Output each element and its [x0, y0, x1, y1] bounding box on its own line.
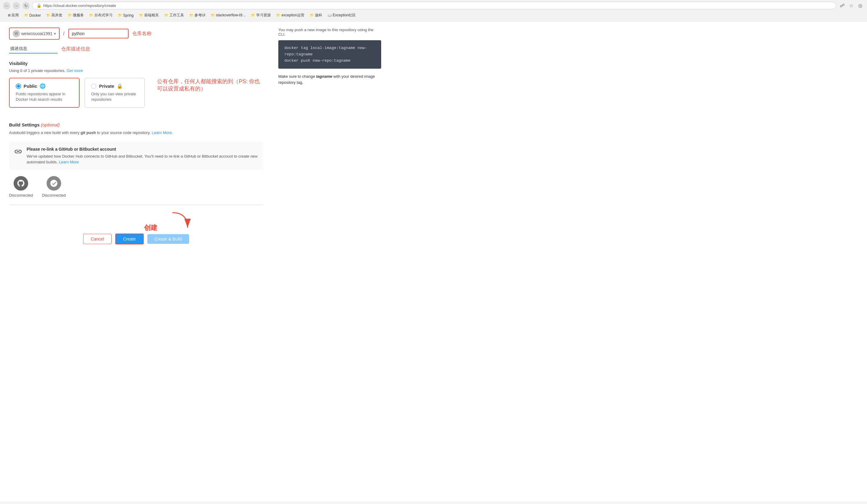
form-divider — [9, 205, 263, 205]
bookmark-apps[interactable]: ⊞ 应用 — [6, 12, 21, 19]
relink-learn-more-link[interactable]: Learn More — [59, 160, 79, 164]
build-settings-title: Build Settings (optional) — [9, 122, 263, 127]
visibility-title: Visibility — [9, 61, 263, 66]
create-build-button[interactable]: Create & Build — [147, 234, 189, 244]
create-arrow — [167, 211, 197, 232]
code-line-1: docker tag local-image:tagname new-repo:… — [285, 45, 375, 58]
avatar: W — [13, 30, 20, 37]
bookmark-spring[interactable]: 📁 Spring — [116, 13, 136, 18]
bookmark-exception-community[interactable]: 📖 Exception社区 — [325, 12, 358, 19]
bookmark-concurrency[interactable]: 📁 高并发 — [44, 12, 65, 19]
private-label: Private — [99, 84, 114, 89]
bookmark-exception-ops[interactable]: 📁 exception运营 — [274, 12, 307, 19]
code-line-2: docker push new-repo:tagname — [285, 58, 375, 64]
private-option[interactable]: Private 🔒 Only you can view private repo… — [84, 78, 145, 108]
bookmark-microservices[interactable]: 📁 微服务 — [65, 12, 86, 19]
public-radio[interactable] — [16, 84, 21, 89]
private-repos-note: Using 0 of 1 private repositories. Get m… — [9, 68, 263, 73]
repo-name-input[interactable] — [68, 29, 129, 39]
separator: / — [63, 31, 65, 37]
public-description: Public repositories appear in Docker Hub… — [16, 92, 73, 102]
learn-more-link[interactable]: Learn More. — [152, 130, 173, 135]
code-block: docker tag local-image:tagname new-repo:… — [278, 40, 381, 69]
bitbucket-status: Disconnected — [42, 193, 66, 197]
cancel-button[interactable]: Cancel — [83, 234, 111, 244]
create-button[interactable]: Create — [115, 234, 144, 245]
get-more-link[interactable]: Get more — [66, 68, 83, 73]
bookmark-ui-ref[interactable]: 📁 参考UI — [187, 12, 208, 19]
lock-icon: 🔒 — [117, 83, 123, 89]
private-radio[interactable] — [91, 84, 96, 89]
create-annotation-area: 创建 — [9, 211, 263, 232]
github-icon — [14, 176, 28, 191]
visibility-options: Public 🌐 Public repositories appear in D… — [9, 78, 145, 108]
providers-list: Disconnected Disconnected — [9, 176, 263, 197]
desc-input[interactable] — [9, 44, 57, 54]
forward-button[interactable]: → — [13, 2, 20, 9]
build-settings-section: Build Settings (optional) Autobuild trig… — [9, 122, 263, 197]
extensions-btn[interactable]: ◎ — [857, 2, 864, 9]
bookmark-tools[interactable]: 📁 工作工具 — [162, 12, 186, 19]
optional-label: (optional) — [41, 122, 60, 127]
bookmark-distributed[interactable]: 📁 分布式学习 — [87, 12, 115, 19]
desc-row: 仓库描述信息 — [9, 44, 263, 54]
address-bar[interactable]: 🔒 https://cloud.docker.com/repository/cr… — [32, 2, 836, 9]
bookmark-frontend[interactable]: 📁 前端相关 — [137, 12, 161, 19]
autobuild-description: Autobuild triggers a new build with ever… — [9, 130, 263, 136]
bookmark-learning[interactable]: 📁 学习资源 — [249, 12, 273, 19]
visibility-section: Visibility Using 0 of 1 private reposito… — [9, 61, 263, 115]
url-text: https://cloud.docker.com/repository/crea… — [43, 3, 116, 8]
bookmark-btn[interactable]: ☆ — [848, 2, 855, 9]
relink-title: Please re-link a GitHub or Bitbucket acc… — [26, 147, 258, 152]
bookmarks-bar: ⊞ 应用 📁 Docker 📁 高并发 📁 微服务 📁 分布式学习 📁 Spri… — [3, 11, 864, 19]
repo-name-label: 仓库名称 — [132, 31, 152, 37]
sidebar: You may push a new image to this reposit… — [272, 21, 387, 501]
desc-label: 仓库描述信息 — [61, 46, 90, 52]
make-sure-text: Make sure to change tagname with your de… — [278, 74, 381, 85]
public-option[interactable]: Public 🌐 Public repositories appear in D… — [9, 78, 79, 108]
button-row: Cancel Create Create & Build — [9, 234, 263, 245]
translate-btn[interactable]: ☍ — [838, 2, 846, 9]
bitbucket-provider[interactable]: Disconnected — [42, 176, 66, 197]
globe-icon: 🌐 — [40, 83, 46, 89]
bookmark-stackoverflow[interactable]: 📁 stackoverflow-待... — [208, 12, 248, 19]
private-description: Only you can view private repositories — [91, 92, 138, 102]
relink-description: We've updated how Docker Hub connects to… — [26, 153, 258, 165]
relink-icon — [14, 147, 22, 158]
bookmark-docker[interactable]: 📁 Docker — [22, 13, 43, 18]
sidebar-top-note: You may push a new image to this reposit… — [278, 28, 381, 36]
github-provider[interactable]: Disconnected — [9, 176, 33, 197]
relink-notice: Please re-link a GitHub or Bitbucket acc… — [9, 142, 263, 170]
namespace-value: weiwosuoai1991 — [21, 31, 53, 36]
reload-button[interactable]: ↻ — [22, 2, 30, 9]
namespace-selector[interactable]: W weiwosuoai1991 ▾ — [9, 28, 60, 40]
visibility-annotation: 公有仓库，任何人都能搜索的到（PS: 你也可以设置成私有的） — [157, 78, 263, 92]
github-status: Disconnected — [9, 193, 33, 197]
bitbucket-icon — [46, 176, 61, 191]
bookmark-dike[interactable]: 📁 迪科 — [307, 12, 324, 19]
create-annotation-label: 创建 — [144, 223, 157, 232]
back-button[interactable]: ← — [3, 2, 10, 9]
public-label: Public — [24, 84, 37, 89]
chevron-down-icon: ▾ — [54, 31, 56, 36]
repo-name-row: W weiwosuoai1991 ▾ / 仓库名称 — [9, 28, 263, 40]
